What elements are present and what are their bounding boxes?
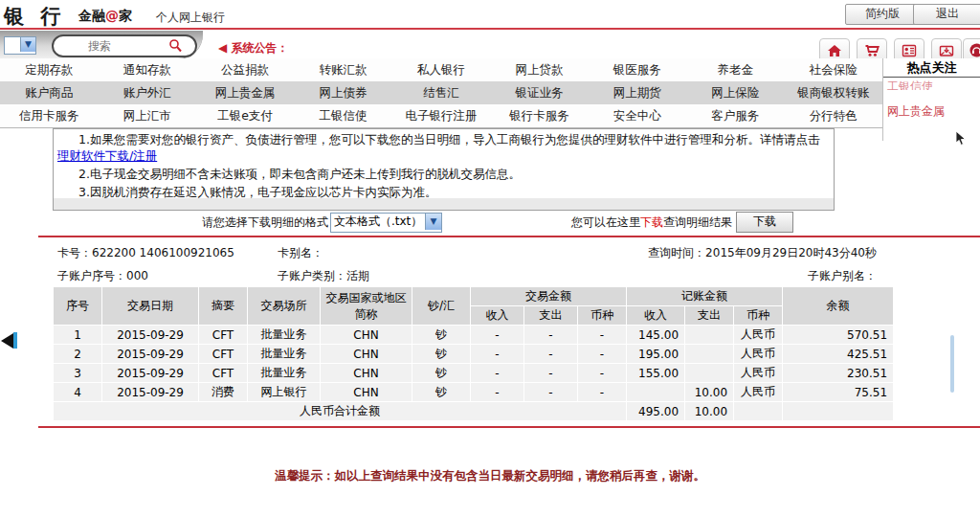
card-number: 卡号：622200 1406100921065 [57, 245, 234, 261]
finance-software-link[interactable]: 理财软件下载/注册 [57, 148, 157, 163]
exit-button[interactable]: 退出 [913, 4, 980, 25]
nav-item[interactable]: 分行特色 [785, 104, 882, 127]
hot-topic-link[interactable]: 工银信使 [883, 78, 980, 90]
nav-item[interactable]: 网上汇市 [98, 104, 195, 127]
contacts-icon [902, 43, 917, 58]
table-total-row: 人民币合计金额 495.00 10.00 [54, 402, 893, 420]
system-announcement: ◀ 系统公告： [218, 40, 288, 56]
nav-item[interactable]: 客户服务 [686, 104, 784, 127]
col-header-book-in: 收入 [627, 306, 684, 325]
mail-download-icon [939, 43, 954, 58]
download-hint: 您可以在这里下载查询明细结果 [571, 214, 732, 231]
nav-row-1: 定期存款 通知存款 公益捐款 转账汇款 私人银行 网上贷款 银医服务 养老金 社… [0, 58, 882, 82]
table-row: 12015-09-29 CFT批量业务 CHN钞 -- -145.00 人民币 … [54, 326, 893, 344]
nav-item[interactable]: 网上期货 [589, 81, 686, 104]
nav-item[interactable]: 通知存款 [98, 58, 195, 81]
sub-account-alias: 子账户别名： [574, 268, 877, 284]
nav-item[interactable]: 公益捐款 [196, 58, 294, 81]
col-group-booking-amount: 记账金额 [627, 287, 782, 305]
nav-row-2: 账户商品 账户外汇 网上贵金属 网上债券 结售汇 银证业务 网上期货 网上保险 … [0, 81, 882, 105]
nav-item[interactable]: 工银信使 [294, 104, 391, 127]
query-time: 查询时间：2015年09月29日20时43分40秒 [574, 245, 877, 261]
notice-box: 1.如果您需要对您的银行资产、负债进行管理，您可以下载您的当日明细，导入工商银行… [53, 128, 835, 211]
nav-item[interactable]: 安全中心 [589, 104, 686, 127]
nav-item[interactable]: 账户商品 [0, 81, 98, 104]
separator-line-bottom [38, 426, 980, 428]
collapse-panel-handle[interactable] [13, 332, 17, 349]
collapse-panel-arrow-icon[interactable] [1, 333, 13, 349]
nav-item[interactable]: 网上贵金属 [196, 81, 294, 104]
sub-account-type: 子账户类别：活期 [278, 268, 369, 284]
nav-item[interactable]: 私人银行 [392, 58, 490, 81]
transaction-table: 序号 交易日期 摘要 交易场所 交易国家或地区简称 钞/汇 交易金额 记账金额 … [53, 286, 894, 421]
col-header-book-out: 支出 [685, 306, 733, 325]
table-row: 32015-09-29 CFT批量业务 CHN钞 -- -155.00 人民币 … [54, 364, 893, 382]
chevron-down-icon[interactable]: ▼ [20, 37, 35, 52]
nav-item[interactable]: 网上贷款 [490, 58, 588, 81]
notice-line-2: 2.电子现金交易明细不含未达账项，即未包含商户还未上传到我行的脱机交易信息。 [54, 164, 834, 182]
download-hint-link[interactable]: 下载 [640, 215, 663, 229]
col-header-balance: 余额 [783, 287, 893, 325]
notice-line-1: 1.如果您需要对您的银行资产、负债进行管理，您可以下载您的当日明细，导入工商银行… [54, 129, 834, 164]
download-button[interactable]: 下载 [736, 212, 793, 233]
brand-at-glyph: @ [105, 8, 119, 23]
col-header-date: 交易日期 [102, 287, 198, 325]
nav-item[interactable]: 养老金 [686, 58, 784, 81]
nav-item[interactable]: 电子银行注册 [392, 104, 490, 127]
quick-select[interactable]: ▼ [4, 36, 36, 55]
simple-version-button[interactable]: 简约版 [845, 4, 920, 25]
nav-item[interactable]: 网上债券 [294, 81, 391, 104]
nav-item[interactable]: 工银e支付 [196, 104, 294, 127]
total-income: 495.00 [627, 402, 684, 420]
search-box[interactable] [52, 34, 197, 57]
home-icon [827, 43, 842, 58]
announcement-label: 系统公告： [231, 41, 288, 55]
col-header-place: 交易场所 [248, 287, 320, 325]
search-input[interactable] [86, 37, 167, 55]
table-row: 42015-09-29 消费网上银行 CHN钞 -- - 10.00人民币 75… [54, 383, 893, 401]
page-root: 银 行 金融@家 个人网上银行 简约版 退出 ▼ ◀ 系统公告： [0, 0, 980, 518]
notice-footer-strip [54, 198, 834, 210]
nav-item[interactable]: 社会保险 [785, 58, 882, 81]
nav-row-3: 信用卡服务 网上汇市 工银e支付 工银信使 电子银行注册 银行卡服务 安全中心 … [0, 104, 882, 128]
nav-item[interactable]: 银行卡服务 [490, 104, 588, 127]
nav-item[interactable]: 转账汇款 [294, 58, 391, 81]
speaker-icon: ◀ [218, 41, 227, 55]
col-header-region: 交易国家或地区简称 [321, 287, 412, 325]
col-header-txn-in: 收入 [471, 306, 523, 325]
nav-item[interactable]: 银医服务 [589, 58, 686, 81]
nav-item[interactable]: 网上保险 [686, 81, 784, 104]
scrollbar-thumb[interactable] [950, 335, 954, 393]
brand-title: 金融@家 [78, 8, 132, 25]
table-header-row: 序号 交易日期 摘要 交易场所 交易国家或地区简称 钞/汇 交易金额 记账金额 … [54, 287, 893, 305]
table-row: 22015-09-29 CFT批量业务 CHN钞 -- -195.00 人民币 … [54, 345, 893, 363]
headset-icon [969, 42, 980, 58]
nav-item[interactable]: 账户外汇 [98, 81, 195, 104]
hot-topic-link[interactable]: 网上贵金属 [883, 90, 980, 122]
nav-item[interactable]: 信用卡服务 [0, 104, 98, 127]
top-header [0, 0, 980, 30]
col-header-summary: 摘要 [199, 287, 247, 325]
download-format-label: 请您选择下载明细的格式 [182, 214, 328, 231]
col-header-book-cur: 币种 [734, 306, 782, 325]
col-header-seq: 序号 [54, 287, 101, 325]
chevron-down-icon[interactable]: ▼ [425, 214, 441, 230]
col-header-cash: 钞/汇 [412, 287, 470, 325]
col-header-txn-out: 支出 [524, 306, 577, 325]
bank-logo: 银 行 [4, 3, 65, 30]
cart-icon [864, 43, 880, 58]
search-icon[interactable] [168, 38, 183, 53]
hot-topics-title: 热点关注 [883, 58, 980, 78]
format-select[interactable]: 文本格式（.txt） ▼ [330, 213, 442, 233]
nav-item[interactable]: 银商银权转账 [785, 81, 882, 104]
separator-line-top [38, 236, 980, 237]
hot-topics-panel: 热点关注 工银信使 网上贵金属 [882, 58, 980, 141]
warning-tip: 温馨提示：如以上查询结果中没有包含当日最新交易明细，请您稍后再查，谢谢。 [0, 468, 980, 484]
col-header-txn-cur: 币种 [578, 306, 626, 325]
nav-item[interactable]: 定期存款 [0, 58, 98, 81]
nav-item[interactable]: 银证业务 [490, 81, 588, 104]
nav-item[interactable]: 结售汇 [392, 81, 490, 104]
page-subtitle: 个人网上银行 [156, 10, 225, 26]
sub-account-seq: 子账户序号：000 [57, 268, 148, 284]
mouse-cursor-icon [955, 130, 968, 146]
